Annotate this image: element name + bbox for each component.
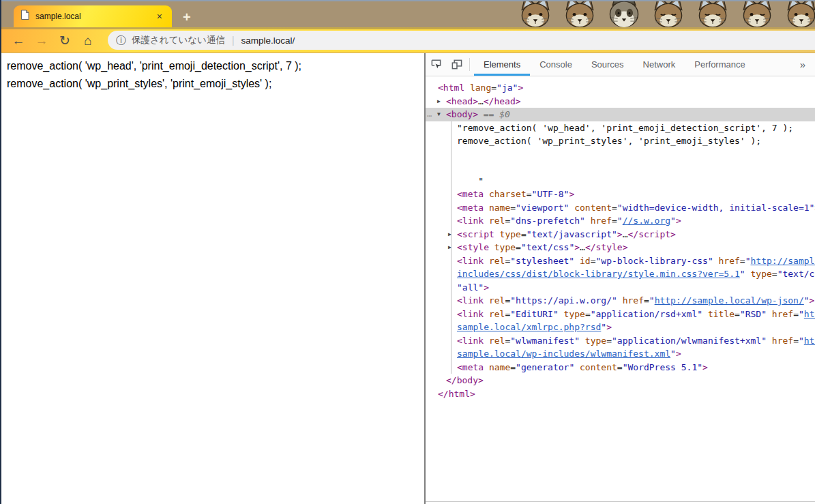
dom-node-style[interactable]: ▶<style type="text/css">…</style> <box>426 241 815 254</box>
tab-title: sample.local <box>35 12 154 21</box>
chevron-right-icon[interactable]: ▶ <box>448 228 451 241</box>
dom-node-link-stylesheet-wrap[interactable]: includes/css/dist/block-library/style.mi… <box>426 267 815 281</box>
dom-node-link-api[interactable]: <link rel="https://api.w.org/" href="htt… <box>426 294 815 308</box>
body-children: "remove_action( 'wp_head', 'print_emoji_… <box>426 121 815 374</box>
fox-closed-icon <box>694 0 732 27</box>
page-code-line: remove_action( 'wp_print_styles', 'print… <box>7 75 424 93</box>
dom-node-link-wlwmanifest[interactable]: <link rel="wlwmanifest" type="applicatio… <box>426 334 815 348</box>
back-button[interactable]: ← <box>10 34 27 47</box>
dom-node-meta-charset[interactable]: <meta charset="UTF-8"> <box>426 188 815 201</box>
fox-open-icon <box>782 0 815 27</box>
security-status-text[interactable]: 保護されていない通信 <box>132 34 225 46</box>
dom-node-link-editURI[interactable]: <link rel="EditURI" type="application/rs… <box>426 308 815 321</box>
node-menu-dots-icon[interactable]: … <box>427 108 431 121</box>
chevron-right-icon[interactable]: ▶ <box>437 95 441 108</box>
url-text[interactable]: sample.local/ <box>241 35 295 46</box>
dom-text-line[interactable]: remove_action( 'wp_print_styles', 'print… <box>426 134 815 148</box>
dom-node-html-open[interactable]: <html lang="ja"> <box>426 81 815 95</box>
dom-text-line[interactable] <box>426 148 815 162</box>
inspect-element-icon[interactable] <box>426 53 446 76</box>
dom-text-line[interactable]: " <box>426 175 815 188</box>
new-tab-button[interactable]: + <box>179 9 195 25</box>
dom-text-line[interactable]: "remove_action( 'wp_head', 'print_emoji_… <box>426 121 815 135</box>
address-separator: | <box>232 35 235 46</box>
address-bar[interactable]: ⓘ 保護されていない通信 | sample.local/ <box>108 31 815 50</box>
fox-open-icon <box>561 0 599 27</box>
dom-node-meta-viewport[interactable]: <meta name="viewport" content="width=dev… <box>426 201 815 215</box>
navigation-bar: ← → ↻ ⌂ ⓘ 保護されていない通信 | sample.local/ <box>1 27 815 53</box>
dom-node-link-stylesheet[interactable]: <link rel="stylesheet" id="wp-block-libr… <box>426 254 815 268</box>
page-content: remove_action( 'wp_head', 'print_emoji_d… <box>1 53 424 504</box>
more-tabs-button[interactable]: » <box>790 53 815 76</box>
dom-text-line[interactable] <box>426 161 815 175</box>
info-icon[interactable]: ⓘ <box>116 34 126 47</box>
document-icon <box>20 10 29 23</box>
browser-tab[interactable]: sample.local × <box>14 5 172 27</box>
dom-node-html-close[interactable]: </html> <box>426 387 815 401</box>
tanuki-icon <box>605 0 643 27</box>
dom-node-script[interactable]: ▶<script type="text/javascript">…</scrip… <box>426 228 815 241</box>
theme-fox-faces <box>516 0 815 27</box>
dom-node-link-stylesheet-wrap[interactable]: "all"> <box>426 281 815 295</box>
dom-tree: <html lang="ja">▶<head>…</head>…▼<body> … <box>426 76 815 400</box>
tab-sources[interactable]: Sources <box>582 53 634 76</box>
dom-node-link-editURI-wrap[interactable]: sample.local/xmlrpc.php?rsd"> <box>426 321 815 334</box>
devtools-panel: Elements Console Sources Network Perform… <box>424 53 815 504</box>
dom-node-meta-generator[interactable]: <meta name="generator" content="WordPres… <box>426 361 815 374</box>
title-bar: sample.local × + <box>1 0 815 27</box>
dom-node-link-wlwmanifest-wrap[interactable]: sample.local/wp-includes/wlwmanifest.xml… <box>426 347 815 361</box>
reload-button[interactable]: ↻ <box>56 34 74 47</box>
tab-close-button[interactable]: × <box>154 10 165 23</box>
device-toolbar-icon[interactable] <box>446 53 466 76</box>
tab-performance[interactable]: Performance <box>685 53 754 76</box>
page-code-line: remove_action( 'wp_head', 'print_emoji_d… <box>7 57 424 75</box>
tab-elements[interactable]: Elements <box>474 53 530 76</box>
forward-button[interactable]: → <box>33 34 50 47</box>
tab-network[interactable]: Network <box>634 53 685 76</box>
fox-wink-icon <box>738 0 776 27</box>
fox-open-icon <box>516 0 554 27</box>
toolbar-divider <box>469 58 470 71</box>
chevron-right-icon[interactable]: ▶ <box>448 241 451 254</box>
home-button[interactable]: ⌂ <box>79 34 97 47</box>
devtools-bottom-divider <box>426 501 815 502</box>
devtools-toolbar: Elements Console Sources Network Perform… <box>426 53 815 76</box>
tab-console[interactable]: Console <box>530 53 582 76</box>
browser-window: sample.local × + ← → ↻ ⌂ ⓘ 保護されていない通信 | … <box>0 0 815 504</box>
dom-node-link-dns-prefetch[interactable]: <link rel="dns-prefetch" href="//s.w.org… <box>426 214 815 228</box>
dom-node-head[interactable]: ▶<head>…</head> <box>426 95 815 108</box>
dom-node-body-close[interactable]: </body> <box>426 374 815 387</box>
dom-node-body-open[interactable]: …▼<body> == $0 <box>426 108 815 121</box>
chevron-down-icon[interactable]: ▼ <box>437 108 441 121</box>
fox-closed-icon <box>649 0 687 27</box>
